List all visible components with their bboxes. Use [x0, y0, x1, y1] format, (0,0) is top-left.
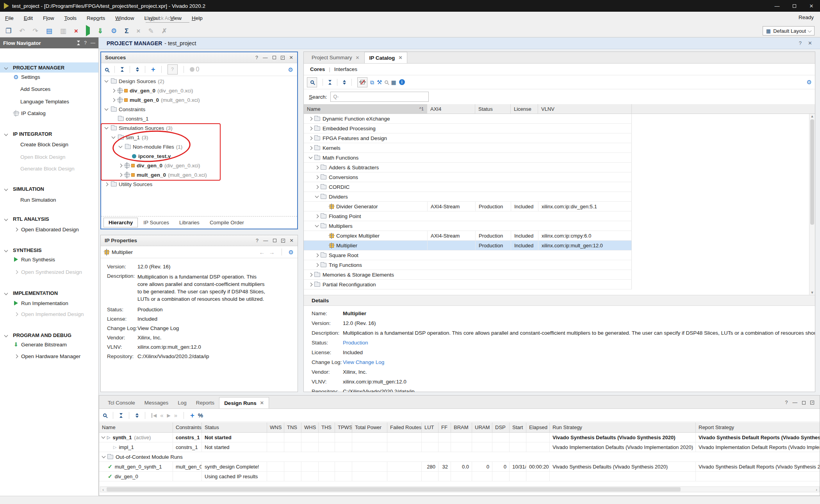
chevron-down-icon[interactable]: [315, 194, 319, 198]
chevron-down-icon[interactable]: [102, 454, 106, 458]
tab-ip-sources[interactable]: IP Sources: [139, 218, 174, 227]
collapse-all-icon[interactable]: [121, 67, 124, 72]
maximize-icon[interactable]: [273, 239, 276, 242]
chevron-down-icon[interactable]: [102, 435, 105, 439]
nav-generate-bitstream[interactable]: ⇓Generate Bitstream: [0, 340, 98, 349]
status-link[interactable]: Production: [137, 307, 266, 312]
nav-run-implementation[interactable]: Run Implementation: [0, 298, 98, 308]
column-run-strategy[interactable]: Run Strategy: [550, 422, 696, 432]
menu-window[interactable]: Window: [110, 15, 139, 21]
catalog-row[interactable]: FPGA Features and Design: [304, 133, 632, 143]
nav-ip-catalog[interactable]: IP Catalog: [0, 108, 98, 118]
chevron-right-icon[interactable]: [315, 185, 319, 189]
vertical-scrollbar[interactable]: ▲ ▼: [809, 114, 815, 295]
tree-row-sim-1[interactable]: sim_1(3): [101, 133, 297, 142]
help-icon[interactable]: ?: [255, 55, 258, 60]
nav-add-sources[interactable]: Add Sources: [0, 84, 98, 94]
maximize-icon[interactable]: [273, 56, 276, 59]
run-icon[interactable]: [86, 27, 90, 34]
column-whs[interactable]: WHS: [301, 422, 319, 432]
chevron-right-icon[interactable]: [315, 214, 319, 218]
run-row-ooc-group[interactable]: Out-of-Context Module Runs: [99, 452, 820, 462]
default-layout-select[interactable]: ▦ Default Layout: [763, 26, 815, 35]
menu-help[interactable]: Help: [187, 15, 208, 21]
add-sources-icon[interactable]: +: [151, 66, 155, 73]
column-status[interactable]: Status: [475, 104, 511, 114]
tree-row-sim-mult-gen[interactable]: mult_gen_0(mult_gen_0.xci): [101, 170, 297, 179]
column-status[interactable]: Status: [202, 422, 267, 432]
chevron-right-icon[interactable]: [105, 182, 109, 186]
column-report-strategy[interactable]: Report Strategy: [696, 422, 820, 432]
run-row-impl-1[interactable]: ▷impl_1 constrs_1 Not started Vivado Imp…: [99, 442, 820, 452]
chevron-right-icon[interactable]: [119, 173, 123, 177]
expand-all-icon[interactable]: [136, 67, 139, 72]
redo-icon[interactable]: ↷: [33, 28, 38, 34]
chevron-right-icon[interactable]: [309, 282, 313, 286]
close-icon[interactable]: ✕: [290, 238, 294, 243]
nav-settings[interactable]: ⚙Settings: [0, 72, 98, 82]
column-total-power[interactable]: Total Power: [352, 422, 387, 432]
minimize-icon[interactable]: —: [263, 238, 268, 243]
info-icon[interactable]: i: [399, 79, 405, 85]
section-ip-integrator[interactable]: IP INTEGRATOR: [0, 129, 98, 139]
close-icon[interactable]: ✕: [356, 55, 360, 60]
column-name[interactable]: Name^1: [304, 104, 427, 114]
open-folder-icon[interactable]: ❐: [5, 28, 11, 34]
column-start[interactable]: Start: [510, 422, 526, 432]
report-doc-icon[interactable]: ▤: [46, 28, 52, 34]
catalog-row[interactable]: Math Functions: [304, 153, 632, 163]
column-ths[interactable]: THS: [319, 422, 335, 432]
tree-row-ipcore-test[interactable]: ipcore_test.v: [101, 151, 297, 161]
tree-row-non-module-files[interactable]: Non-module Files(1): [101, 142, 297, 151]
column-tns[interactable]: TNS: [284, 422, 301, 432]
section-project-manager[interactable]: PROJECT MANAGER: [0, 62, 98, 73]
hide-incompatible-ip-icon[interactable]: [357, 77, 367, 87]
search-icon[interactable]: [105, 68, 109, 71]
nav-run-simulation[interactable]: Run Simulation: [0, 195, 98, 204]
menu-edit[interactable]: Edit: [19, 15, 38, 21]
stop-icon[interactable]: ×: [74, 28, 78, 34]
undo-icon[interactable]: ↶: [19, 28, 25, 34]
tree-row-design-sources[interactable]: Design Sources(2): [101, 76, 297, 86]
catalog-row[interactable]: Dividers: [304, 192, 632, 202]
tab-compile-order[interactable]: Compile Order: [205, 218, 249, 227]
float-icon[interactable]: ↗: [810, 401, 814, 405]
close-icon[interactable]: ✕: [808, 40, 812, 46]
chevron-right-icon[interactable]: [315, 165, 319, 169]
chevron-right-icon[interactable]: [112, 98, 116, 102]
customize-ip-wrench-icon[interactable]: ⚒: [377, 79, 382, 85]
catalog-row[interactable]: Adders & Subtracters: [304, 163, 632, 172]
chevron-down-icon[interactable]: [112, 135, 116, 139]
expand-all-icon[interactable]: [135, 413, 139, 418]
float-icon[interactable]: ↗: [281, 56, 285, 60]
scroll-left-icon[interactable]: ‹: [100, 487, 106, 492]
chevron-down-icon[interactable]: [309, 155, 313, 159]
chevron-right-icon[interactable]: [309, 146, 313, 150]
run-row-div-gen[interactable]: ✓div_gen_0 Using cached IP results: [99, 472, 820, 481]
tree-row-simulation-sources[interactable]: Simulation Sources(3): [101, 123, 297, 133]
settings-gear-icon[interactable]: ⚙: [289, 249, 294, 255]
column-license[interactable]: License: [511, 104, 538, 114]
nav-language-templates[interactable]: Language Templates: [0, 97, 98, 106]
run-row-synth-1[interactable]: ▷synth_1(active) constrs_1 Not started V…: [99, 433, 820, 442]
tree-row-div-gen[interactable]: div_gen_0(div_gen_0.xci): [101, 86, 297, 95]
forward-arrow-icon[interactable]: →: [269, 249, 275, 255]
horizontal-scrollbar[interactable]: ‹ ›: [100, 486, 820, 492]
run-row-mult-gen-synth[interactable]: ✓mult_gen_0_synth_1 mult_gen_0 synth_des…: [99, 462, 820, 472]
column-axi4[interactable]: AXI4: [427, 104, 475, 114]
catalog-row[interactable]: Multipliers: [304, 221, 632, 231]
collapse-all-icon[interactable]: [328, 80, 332, 85]
catalog-row[interactable]: Embedded Processing: [304, 124, 632, 133]
column-wns[interactable]: WNS: [267, 422, 284, 432]
chevron-right-icon[interactable]: [315, 263, 319, 267]
chevron-right-icon[interactable]: [309, 126, 313, 130]
tab-design-runs[interactable]: Design Runs✕: [219, 397, 269, 408]
generate-bitstream-icon[interactable]: ⇓: [98, 28, 103, 34]
menu-tools[interactable]: Tools: [59, 15, 82, 21]
sum-icon[interactable]: Σ: [125, 28, 128, 34]
maximize-button[interactable]: [786, 0, 803, 12]
settings-gear-icon[interactable]: ⚙: [807, 79, 812, 85]
section-simulation[interactable]: SIMULATION: [0, 184, 98, 194]
minimize-icon[interactable]: —: [263, 55, 268, 60]
status-link[interactable]: Production: [343, 340, 815, 346]
